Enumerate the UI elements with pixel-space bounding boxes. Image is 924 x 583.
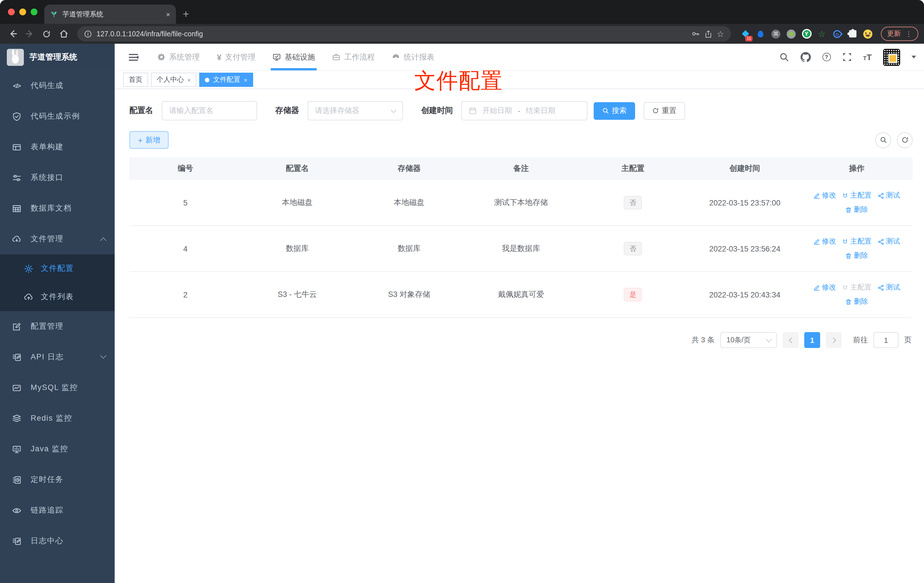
- add-button[interactable]: + 新增: [129, 131, 168, 149]
- refresh-icon: [652, 107, 659, 114]
- sidebar-logo[interactable]: 芋道管理系统: [0, 44, 115, 70]
- create-time-label: 创建时间: [421, 106, 453, 116]
- master-config-action[interactable]: 主配置: [842, 237, 871, 246]
- date-end-placeholder[interactable]: 结束日期: [526, 106, 555, 116]
- site-info-icon[interactable]: [84, 30, 92, 38]
- sidebar-item-system-api[interactable]: 系统接口: [0, 162, 115, 193]
- config-name-input[interactable]: 请输入配置名: [162, 101, 257, 121]
- test-action[interactable]: 测试: [877, 237, 900, 246]
- date-start-placeholder[interactable]: 开始日期: [482, 106, 512, 116]
- test-action[interactable]: 测试: [877, 283, 900, 292]
- browser-tab[interactable]: 芋道管理系统 ×: [44, 5, 176, 24]
- page-suffix: 页: [904, 335, 911, 345]
- github-icon[interactable]: [800, 52, 811, 63]
- sidebar-item-trace[interactable]: 链路追踪: [0, 495, 115, 526]
- delete-action[interactable]: 删除: [845, 297, 868, 307]
- help-icon[interactable]: ?: [822, 53, 831, 61]
- reload-icon[interactable]: [40, 27, 53, 41]
- extension-balloon-icon[interactable]: [756, 29, 766, 39]
- sidebar-item-redis-monitor[interactable]: Redis 监控: [0, 403, 115, 434]
- sidebar-item-code-demo[interactable]: 代码生成示例: [0, 101, 115, 132]
- master-config-action-disabled: 主配置: [842, 283, 871, 292]
- current-page[interactable]: 1: [804, 332, 820, 348]
- refresh-table-button[interactable]: [897, 132, 912, 148]
- sidebar-item-log-center[interactable]: 日志中心: [0, 526, 115, 556]
- page-size-select[interactable]: 10条/页: [720, 332, 777, 348]
- pagination: 共 3 条 10条/页 1 前往 页: [129, 332, 912, 348]
- filter-form: 配置名 请输入配置名 存储器 请选择存储器 创建时间 开始日期 - 结束日期: [129, 101, 912, 121]
- extensions-puzzle-icon[interactable]: [847, 29, 858, 39]
- sidebar-item-mysql-monitor[interactable]: MySQL 监控: [0, 372, 115, 403]
- table-toolbar: + 新增: [129, 131, 912, 149]
- chrome-update-button[interactable]: 更新 ⋮: [881, 27, 918, 41]
- sidebar-item-java-monitor[interactable]: Java 监控: [0, 434, 115, 464]
- sidebar-item-form-builder[interactable]: 表单构建: [0, 132, 115, 162]
- nav-item-payment[interactable]: ¥ 支付管理: [210, 44, 263, 70]
- extension-recorder-icon[interactable]: [786, 29, 796, 39]
- avatar-caret-icon[interactable]: [911, 56, 916, 61]
- close-window-button[interactable]: [8, 8, 15, 15]
- nav-item-system[interactable]: 系统管理: [150, 44, 207, 70]
- close-icon[interactable]: ×: [187, 76, 191, 83]
- profile-avatar-icon[interactable]: [863, 29, 873, 39]
- share-icon[interactable]: [704, 30, 712, 38]
- edit-action[interactable]: 修改: [813, 191, 836, 200]
- minimize-window-button[interactable]: [19, 8, 26, 15]
- table-row: 2 S3 - 七牛云 S3 对象存储 戴佩妮真可爱 是 2022-03-15 2…: [129, 272, 912, 318]
- tag-home[interactable]: 首页: [123, 73, 148, 87]
- font-size-icon[interactable]: TT: [863, 52, 872, 62]
- sidebar-item-db-doc[interactable]: 数据库文档: [0, 193, 115, 224]
- sidebar-item-config-management[interactable]: 配置管理: [0, 311, 115, 342]
- tag-file-config[interactable]: 文件配置 ×: [200, 73, 253, 87]
- search-icon[interactable]: [779, 52, 789, 62]
- back-icon[interactable]: [6, 27, 19, 41]
- layers-icon: [12, 413, 21, 423]
- search-button[interactable]: 搜索: [594, 102, 635, 119]
- new-tab-button[interactable]: +: [183, 8, 189, 20]
- chart-icon: [12, 383, 21, 393]
- sidebar-item-file-list[interactable]: 文件列表: [0, 283, 115, 311]
- url-text[interactable]: 127.0.0.1:1024/infra/file/file-config: [96, 30, 686, 38]
- delete-action[interactable]: 删除: [845, 251, 868, 261]
- sidebar-item-code-gen[interactable]: </> 代码生成: [0, 70, 115, 101]
- master-config-action[interactable]: 主配置: [842, 191, 871, 200]
- forward-icon[interactable]: [23, 27, 36, 41]
- bookmark-star-icon[interactable]: ☆: [716, 29, 724, 39]
- extension-badge: 11: [745, 36, 752, 41]
- date-range-picker[interactable]: 开始日期 - 结束日期: [462, 101, 587, 121]
- nav-item-infrastructure[interactable]: 基础设施: [265, 44, 323, 70]
- sidebar-collapse-icon[interactable]: [122, 47, 144, 67]
- next-page-button[interactable]: [826, 332, 842, 348]
- url-bar[interactable]: 127.0.0.1:1024/infra/file/file-config ☆: [77, 26, 731, 41]
- zoom-window-button[interactable]: [31, 8, 38, 15]
- sidebar-item-file-management[interactable]: 文件管理: [0, 224, 115, 254]
- sidebar-item-file-config[interactable]: 文件配置: [0, 254, 115, 283]
- nav-item-reports[interactable]: 统计报表: [384, 44, 442, 70]
- extension-sidebar-icon[interactable]: 11: [740, 29, 750, 39]
- edit-action[interactable]: 修改: [813, 237, 836, 246]
- close-icon[interactable]: ×: [244, 76, 248, 83]
- sidebar-item-api-log[interactable]: API 日志: [0, 342, 115, 372]
- tab-close-icon[interactable]: ×: [166, 10, 170, 18]
- fullscreen-icon[interactable]: [842, 52, 851, 62]
- home-icon[interactable]: [57, 27, 70, 41]
- password-key-icon[interactable]: [691, 30, 700, 38]
- storage-select[interactable]: 请选择存储器: [308, 101, 403, 121]
- sidebar-item-scheduled-tasks[interactable]: 定时任务: [0, 464, 115, 495]
- extension-y-icon[interactable]: Y: [802, 29, 812, 39]
- chrome-menu-icon[interactable]: ⋮: [905, 30, 912, 38]
- reset-button[interactable]: 重置: [644, 102, 685, 119]
- nav-item-workflow[interactable]: 工作流程: [325, 44, 382, 70]
- chevron-down-icon: [100, 352, 107, 359]
- show-search-button[interactable]: [875, 132, 891, 148]
- extension-eye-icon[interactable]: [832, 29, 842, 39]
- extension-star-icon[interactable]: ☆: [817, 29, 827, 39]
- delete-action[interactable]: 删除: [845, 205, 868, 215]
- tag-profile[interactable]: 个人中心 ×: [151, 73, 197, 87]
- goto-page-input[interactable]: [873, 332, 898, 348]
- prev-page-button[interactable]: [783, 332, 799, 348]
- edit-action[interactable]: 修改: [813, 283, 836, 292]
- test-action[interactable]: 测试: [877, 191, 900, 200]
- extension-command-icon[interactable]: ⌘: [771, 29, 781, 39]
- avatar[interactable]: [883, 48, 900, 66]
